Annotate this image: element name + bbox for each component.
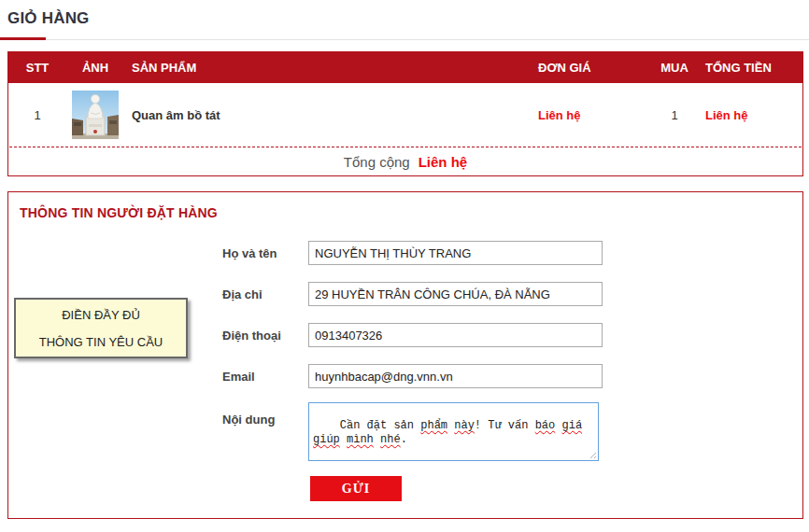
product-name-link[interactable]: Quan âm bồ tát (124, 108, 538, 122)
order-form-panel: THÔNG TIN NGƯỜI ĐẶT HÀNG ĐIỀN ĐẦY ĐỦ THÔ… (7, 191, 803, 519)
cart-row: 1 Qu (8, 83, 802, 147)
address-label: Địa chỉ (222, 287, 263, 301)
col-header-stt: STT (8, 61, 66, 75)
message-text-segment: Cần đặt sản (340, 419, 420, 432)
phone-input[interactable] (308, 323, 603, 347)
cart-table: STT ẢNH SẢN PHẨM ĐƠN GIÁ MUA TỔNG TIỀN 1 (7, 51, 803, 176)
message-text-segment: ! Tư vấn (475, 419, 535, 432)
title-underline-red (0, 37, 46, 40)
row-total-value[interactable]: Liên hệ (699, 108, 802, 122)
message-text-segment: giá (561, 419, 582, 432)
note-line-1: ĐIỀN ĐẦY ĐỦ (62, 308, 140, 322)
message-text-segment: mình (347, 433, 374, 446)
email-label: Email (222, 370, 255, 384)
row-index: 1 (8, 108, 66, 122)
order-form-title: THÔNG TIN NGƯỜI ĐẶT HÀNG (20, 205, 218, 220)
message-textarea[interactable]: Cần đặt sản phẩm này! Tư vấn báo giá giú… (308, 402, 599, 461)
message-text-segment: phẩm (420, 419, 447, 432)
phone-label: Điện thoại (222, 329, 281, 343)
submit-button[interactable]: GỬI (310, 476, 402, 501)
page-title: GIỎ HÀNG (7, 9, 90, 28)
resize-grip-icon[interactable] (588, 450, 596, 458)
message-text-segment (340, 433, 347, 446)
col-header-qty: MUA (650, 61, 699, 75)
message-text-segment: nhé (380, 433, 401, 446)
email-input[interactable] (308, 364, 603, 388)
instruction-note: ĐIỀN ĐẦY ĐỦ THÔNG TIN YÊU CẦU (14, 298, 188, 358)
note-line-2: THÔNG TIN YÊU CẦU (39, 335, 163, 349)
address-input[interactable] (308, 282, 603, 306)
cart-total-value: Liên hệ (419, 154, 468, 170)
col-header-product: SẢN PHẨM (124, 61, 538, 75)
message-text-segment: báo (535, 419, 556, 432)
col-header-image: ẢNH (66, 61, 124, 75)
message-text-segment: . (401, 433, 407, 446)
message-label: Nội dung (222, 413, 275, 427)
unit-price-value[interactable]: Liên hệ (538, 108, 650, 122)
product-thumbnail-image[interactable] (72, 91, 119, 139)
message-text-segment (374, 433, 380, 446)
name-input[interactable] (308, 241, 603, 265)
cart-total-label: Tổng cộng (344, 154, 410, 170)
message-text-segment: này (454, 419, 475, 432)
cart-table-header: STT ẢNH SẢN PHẨM ĐƠN GIÁ MUA TỔNG TIỀN (8, 52, 802, 83)
quantity-value: 1 (650, 108, 699, 122)
col-header-total: TỔNG TIỀN (699, 61, 802, 75)
col-header-unit-price: ĐƠN GIÁ (538, 61, 650, 75)
message-text-segment: giúp (313, 433, 340, 446)
product-image-cell[interactable] (66, 91, 124, 139)
name-label: Họ và tên (222, 246, 277, 260)
cart-total-row: Tổng cộng Liên hệ (8, 147, 802, 175)
title-underline-gray (0, 39, 809, 40)
